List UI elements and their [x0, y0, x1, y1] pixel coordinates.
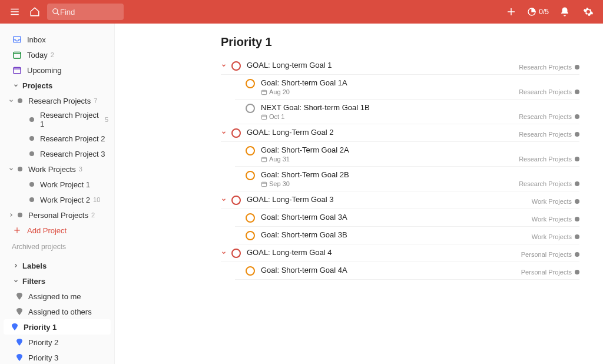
task-row-parent[interactable]: GOAL: Long-Term Goal 2 Research Projects — [221, 124, 579, 142]
sidebar-projects-header[interactable]: Projects — [0, 78, 114, 93]
task-project-label[interactable]: Work Projects — [532, 198, 579, 205]
home-icon[interactable] — [27, 4, 42, 19]
collapse-icon[interactable] — [221, 130, 229, 135]
task-title: Goal: Short-term Goal 1A — [261, 78, 579, 87]
productivity-count: 0/5 — [539, 8, 549, 16]
productivity-button[interactable]: 0/5 — [527, 7, 549, 16]
svg-point-3 — [53, 9, 58, 14]
task-project-label[interactable]: Research Projects — [519, 64, 579, 71]
task-row[interactable]: Goal: Short-term Goal 1A Aug 20 Research… — [235, 75, 579, 100]
task-row[interactable]: Goal: Short-Term Goal 2A Aug 31 Research… — [235, 142, 579, 167]
calendar-icon — [261, 114, 267, 120]
sidebar-project[interactable]: Personal Projects2 — [0, 207, 114, 223]
task-project-label[interactable]: Work Projects — [532, 216, 579, 223]
task-project-label[interactable]: Research Projects — [519, 113, 579, 120]
task-checkbox[interactable] — [246, 104, 255, 113]
sidebar-filter[interactable]: Assigned to others — [0, 304, 114, 319]
sidebar-upcoming[interactable]: Upcoming — [0, 62, 114, 78]
task-row-parent[interactable]: GOAL: Long-term Goal 1 Research Projects — [221, 57, 579, 75]
collapse-icon[interactable] — [221, 197, 229, 203]
task-project-label[interactable]: Research Projects — [519, 88, 579, 95]
settings-icon[interactable] — [581, 4, 596, 19]
project-name: Research Project 3 — [40, 150, 105, 158]
filter-name: Priority 1 — [24, 323, 57, 332]
archived-projects-label[interactable]: Archived projects — [0, 238, 114, 253]
filter-name: Priority 3 — [28, 353, 58, 362]
sidebar-subproject[interactable]: Work Project 1 — [0, 177, 114, 192]
filter-name: Assigned to others — [28, 307, 92, 316]
project-color-icon — [29, 182, 34, 187]
chevron-down-icon — [7, 97, 15, 105]
sidebar-filter[interactable]: Priority 1 — [4, 319, 111, 335]
project-color-icon — [29, 117, 34, 122]
project-color-icon — [18, 98, 22, 103]
svg-rect-8 — [14, 52, 21, 58]
project-name: Work Project 2 — [40, 196, 90, 204]
sidebar-subproject[interactable]: Work Project 210 — [0, 192, 114, 207]
project-count: 2 — [91, 211, 95, 219]
sidebar-today-label: Today — [27, 51, 48, 59]
sidebar-project[interactable]: Work Projects3 — [0, 161, 114, 177]
task-project-label[interactable]: Work Projects — [532, 233, 579, 240]
filter-icon — [12, 323, 18, 330]
task-project-label[interactable]: Research Projects — [519, 131, 579, 138]
task-row-parent[interactable]: GOAL: Long-term Goal 4 Personal Projects — [221, 244, 579, 262]
task-checkbox[interactable] — [231, 128, 241, 138]
task-row[interactable]: Goal: Short-term Goal 4A Personal Projec… — [235, 262, 579, 280]
task-project-label[interactable]: Research Projects — [519, 180, 579, 187]
task-project-label[interactable]: Research Projects — [519, 155, 579, 163]
menu-icon[interactable] — [7, 4, 22, 19]
topbar: 0/5 — [0, 0, 603, 24]
sidebar-filter[interactable]: Assigned to me — [0, 289, 114, 304]
task-checkbox[interactable] — [231, 61, 241, 71]
project-color-icon — [18, 213, 22, 217]
filter-icon — [16, 354, 22, 361]
task-title: Goal: Short-Term Goal 2B — [261, 170, 579, 179]
project-color-icon — [575, 270, 579, 274]
add-task-icon[interactable] — [503, 4, 519, 19]
sidebar-filters-header[interactable]: Filters — [0, 273, 114, 289]
task-row[interactable]: Goal: Short-term Goal 3B Work Projects — [235, 227, 579, 244]
task-project-label[interactable]: Personal Projects — [521, 251, 579, 258]
task-project-label[interactable]: Personal Projects — [521, 269, 579, 276]
search-input[interactable] — [60, 8, 113, 16]
task-row[interactable]: Goal: Short-term Goal 3A Work Projects — [235, 209, 579, 227]
project-name: Research Project 2 — [40, 134, 105, 143]
calendar-icon — [261, 89, 267, 95]
task-checkbox[interactable] — [246, 231, 255, 240]
sidebar-subproject[interactable]: Research Project 2 — [0, 131, 114, 146]
filter-name: Assigned to me — [28, 292, 81, 301]
productivity-icon — [527, 7, 536, 16]
svg-rect-21 — [261, 157, 266, 161]
task-row[interactable]: Goal: Short-Term Goal 2B Sep 30 Research… — [235, 167, 579, 191]
chevron-down-icon — [7, 165, 15, 173]
collapse-icon[interactable] — [221, 62, 229, 68]
task-checkbox[interactable] — [231, 196, 241, 205]
add-project-button[interactable]: Add Project — [0, 223, 114, 238]
sidebar-subproject[interactable]: Research Project 3 — [0, 146, 114, 161]
sidebar-project[interactable]: Research Projects7 — [0, 93, 114, 108]
sidebar-upcoming-label: Upcoming — [27, 66, 62, 75]
sidebar-today[interactable]: Today 2 — [0, 47, 114, 62]
chevron-right-icon — [12, 262, 20, 270]
project-name: Research Project 1 — [40, 111, 102, 128]
task-checkbox[interactable] — [246, 213, 255, 223]
sidebar-labels-header[interactable]: Labels — [0, 258, 114, 273]
sidebar-filter[interactable]: Priority 2 — [0, 335, 114, 350]
chevron-down-icon — [12, 277, 20, 285]
search-box[interactable] — [47, 4, 124, 20]
project-count: 7 — [94, 97, 97, 104]
task-checkbox[interactable] — [246, 146, 255, 155]
project-color-icon — [575, 199, 579, 204]
task-row-parent[interactable]: GOAL: Long-Term Goal 3 Work Projects — [221, 191, 579, 209]
task-row[interactable]: NEXT Goal: Short-term Goal 1B Oct 1 Rese… — [235, 100, 579, 124]
sidebar-inbox[interactable]: Inbox — [0, 32, 114, 47]
task-checkbox[interactable] — [246, 171, 255, 180]
notifications-icon[interactable] — [557, 4, 572, 19]
task-checkbox[interactable] — [246, 79, 255, 88]
task-checkbox[interactable] — [231, 249, 241, 258]
sidebar-filter[interactable]: Priority 3 — [0, 350, 114, 364]
sidebar-subproject[interactable]: Research Project 15 — [0, 108, 114, 131]
task-checkbox[interactable] — [246, 266, 255, 276]
collapse-icon[interactable] — [221, 250, 229, 256]
